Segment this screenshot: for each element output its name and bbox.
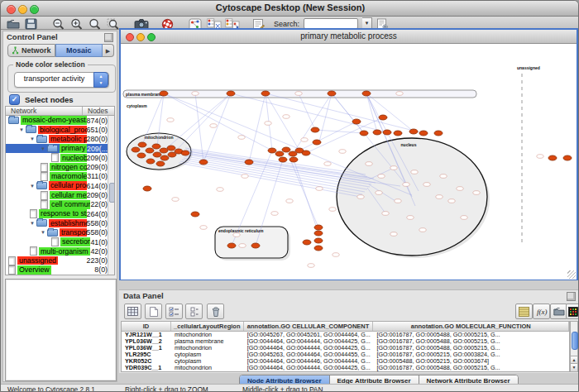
network-edge[interactable]	[299, 93, 315, 130]
network-node[interactable]	[328, 91, 336, 96]
tree-row[interactable]: cell communicat22(0)	[6, 200, 114, 209]
network-node[interactable]	[153, 152, 161, 157]
network-node-small[interactable]	[395, 199, 401, 203]
network-node[interactable]	[313, 140, 321, 145]
network-node[interactable]	[302, 151, 310, 155]
network-node-small[interactable]	[271, 212, 278, 216]
network-node[interactable]	[394, 131, 402, 136]
network-node[interactable]	[379, 115, 387, 120]
network-node-small[interactable]	[167, 118, 174, 122]
tree-expander-icon[interactable]: ▼	[19, 127, 24, 131]
network-node-small[interactable]	[457, 187, 463, 191]
network-node[interactable]	[268, 148, 276, 153]
network-node-small[interactable]	[407, 216, 414, 220]
endoplasmic-reticulum-region[interactable]: endoplasmic reticulum	[215, 227, 288, 258]
tab-overflow-button[interactable]: ▶	[103, 44, 114, 57]
network-node[interactable]	[167, 146, 175, 151]
network-node[interactable]	[290, 157, 298, 162]
float-panel-icon[interactable]	[104, 33, 113, 42]
network-node-small[interactable]	[390, 166, 397, 170]
network-node-small[interactable]	[473, 191, 480, 195]
network-node[interactable]	[362, 91, 371, 96]
tree-expander-icon[interactable]: ▼	[30, 136, 35, 141]
network-node[interactable]	[152, 144, 160, 149]
network-node-small[interactable]	[308, 264, 314, 268]
heatmap-button[interactable]	[566, 304, 579, 319]
network-edge[interactable]	[203, 93, 231, 162]
tree-row[interactable]: nitrogen compo209(0)	[6, 162, 114, 171]
tree-header-nodes[interactable]: Nodes	[83, 107, 108, 115]
tree-scrollbar[interactable]	[108, 116, 114, 275]
function-builder-button[interactable]: f(x)	[533, 304, 550, 319]
network-node[interactable]	[352, 119, 361, 124]
network-node-small[interactable]	[295, 92, 302, 96]
network-node-small[interactable]	[411, 170, 418, 174]
network-node-small[interactable]	[233, 233, 240, 237]
tab-network[interactable]: Network	[7, 44, 55, 57]
network-node-small[interactable]	[339, 150, 346, 154]
network-node-small[interactable]	[301, 138, 308, 142]
tree-row[interactable]: ▼cellular process614(0)	[6, 181, 114, 190]
network-node[interactable]	[373, 130, 381, 135]
data-panel-float-icon[interactable]	[567, 292, 576, 301]
network-node[interactable]	[227, 91, 235, 96]
attribute-list-button[interactable]	[515, 304, 533, 319]
open-session-icon[interactable]	[7, 18, 21, 30]
tree-expander-icon[interactable]: ▼	[30, 183, 35, 188]
table-cell[interactable]: [GO:0016787, GO:0005488, GO:0005215, G..…	[373, 364, 569, 371]
import-attributes-button[interactable]	[550, 304, 567, 319]
color-attribute-dropdown[interactable]: transporter activity ▲▼	[14, 72, 109, 88]
table-column-header[interactable]: annotation.GO CELLULAR_COMPONENT	[244, 322, 374, 331]
network-edge[interactable]	[249, 93, 266, 162]
network-node[interactable]	[160, 155, 169, 160]
tree-row[interactable]: ▼metabolic process280(0)	[6, 135, 114, 144]
tree-row[interactable]: response to stimulu264(0)	[6, 209, 114, 218]
network-node-small[interactable]	[403, 183, 409, 187]
network-edge[interactable]	[299, 122, 356, 151]
network-edge[interactable]	[185, 156, 370, 187]
network-node-small[interactable]	[537, 155, 543, 159]
network-node[interactable]	[191, 212, 199, 217]
table-cell[interactable]: YDR039C__1	[122, 364, 171, 371]
network-node[interactable]	[311, 127, 319, 132]
network-node[interactable]	[548, 155, 557, 160]
network-node[interactable]	[275, 151, 284, 156]
network-node[interactable]	[156, 161, 165, 166]
tree-row[interactable]: secretion41(0)	[6, 237, 114, 246]
network-canvas[interactable]: plasma membrane cytoplasm mitochondrion …	[121, 44, 577, 280]
table-cell[interactable]: mitochondrion	[171, 364, 244, 371]
zoom-out-icon[interactable]	[52, 18, 66, 30]
network-node[interactable]	[434, 131, 443, 136]
network-node-small[interactable]	[396, 92, 403, 96]
network-node[interactable]	[146, 148, 154, 153]
network-node-small[interactable]	[286, 199, 293, 203]
table-column-header[interactable]: _cellularLayoutRegion	[171, 322, 244, 331]
network-node[interactable]	[303, 240, 311, 245]
network-node[interactable]	[137, 153, 146, 158]
network-node-small[interactable]	[448, 199, 455, 203]
save-session-icon[interactable]	[25, 18, 39, 30]
tree-row[interactable]: unassigned223(0)	[6, 256, 114, 265]
table-row[interactable]: YDR039C__1mitochondrion[GO:0044464, GO:0…	[122, 364, 569, 370]
network-node[interactable]	[563, 155, 572, 160]
table-cell[interactable]: [GO:0044464, GO:0044444, GO:0044425, G..…	[244, 364, 374, 371]
network-node-small[interactable]	[329, 208, 336, 212]
network-node[interactable]	[409, 129, 418, 134]
network-node-small[interactable]	[366, 162, 372, 166]
network-node[interactable]	[314, 246, 323, 251]
table-column-header[interactable]: annotation.GO MOLECULAR_FUNCTION	[373, 322, 569, 331]
network-node-small[interactable]	[324, 162, 331, 166]
network-node[interactable]	[279, 157, 287, 162]
network-edge[interactable]	[294, 160, 318, 233]
network-node[interactable]	[419, 131, 428, 136]
network-edge[interactable]	[366, 93, 414, 131]
network-node[interactable]	[132, 147, 140, 152]
network-node-small[interactable]	[440, 174, 447, 179]
network-node[interactable]	[199, 160, 208, 165]
network-node-small[interactable]	[390, 232, 397, 237]
zoom-in-icon[interactable]	[70, 18, 84, 30]
network-node[interactable]	[146, 159, 155, 164]
select-nodes-checkbox[interactable]: ✓	[9, 94, 20, 105]
network-node[interactable]	[143, 186, 151, 191]
table-scrollbar-thumb[interactable]	[572, 332, 578, 350]
